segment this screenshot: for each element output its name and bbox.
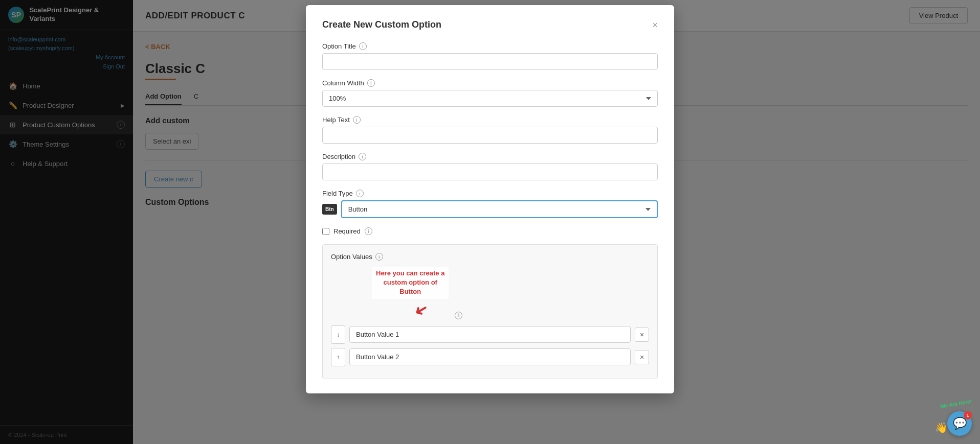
chat-button[interactable]: 👋 💬 1 xyxy=(947,411,972,436)
modal-overlay: Create New Custom Option × Option Title … xyxy=(0,0,980,444)
column-width-select[interactable]: 100% 75% 50% 33% 25% xyxy=(322,90,658,107)
column-width-group: Column Width i 100% 75% 50% 33% 25% xyxy=(322,79,658,107)
field-type-row: Btn Button Text Number Select Checkbox R… xyxy=(322,200,658,218)
value-input-1[interactable] xyxy=(349,326,631,343)
description-label: Description i xyxy=(322,153,658,160)
annotation-container: Here you can create acustom option ofBut… xyxy=(331,267,649,319)
modal-title: Create New Custom Option xyxy=(322,19,441,30)
value-row-1: ↓ × xyxy=(331,325,649,344)
help-text-info-icon[interactable]: i xyxy=(353,116,361,124)
btn-badge: Btn xyxy=(322,204,337,215)
field-type-info-icon[interactable]: i xyxy=(356,190,364,197)
column-width-info-icon[interactable]: i xyxy=(367,79,375,87)
wave-icon: 👋 xyxy=(935,422,948,434)
annotation-text: Here you can create acustom option ofBut… xyxy=(372,267,449,299)
chat-notification-badge: 1 xyxy=(964,411,972,419)
chat-badge-container: We Are Here! 👋 💬 1 xyxy=(947,411,972,436)
chat-widget: We Are Here! 👋 💬 1 xyxy=(947,411,972,436)
option-values-header: Option Values i xyxy=(331,253,649,261)
help-text-input[interactable] xyxy=(322,127,658,144)
modal-header: Create New Custom Option × xyxy=(322,19,658,30)
option-values-label: Option Values xyxy=(331,253,372,261)
description-group: Description i xyxy=(322,153,658,180)
required-checkbox[interactable] xyxy=(322,228,329,235)
option-values-section: Option Values i Here you can create acus… xyxy=(322,244,658,379)
column-width-label: Column Width i xyxy=(322,79,658,87)
option-title-input[interactable] xyxy=(322,53,658,70)
sort-down-button-1[interactable]: ↓ xyxy=(331,325,345,344)
chat-icon: 💬 xyxy=(953,417,967,430)
option-title-label: Option Title i xyxy=(322,42,658,50)
remove-value-button-1[interactable]: × xyxy=(635,328,649,342)
required-row: Required i xyxy=(322,227,658,235)
required-info-icon[interactable]: i xyxy=(365,227,372,235)
field-type-label: Field Type i xyxy=(322,190,658,197)
modal-close-button[interactable]: × xyxy=(652,20,658,30)
description-input[interactable] xyxy=(322,163,658,180)
sort-up-button-2[interactable]: ↑ xyxy=(331,348,345,366)
modal-dialog: Create New Custom Option × Option Title … xyxy=(306,5,674,393)
description-info-icon[interactable]: i xyxy=(359,153,366,160)
value-input-2[interactable] xyxy=(349,348,631,365)
help-text-label: Help Text i xyxy=(322,116,658,124)
value-row-2: ↑ × xyxy=(331,348,649,366)
remove-value-button-2[interactable]: × xyxy=(635,350,649,364)
field-type-select[interactable]: Button Text Number Select Checkbox Radio… xyxy=(341,200,658,218)
arrow-icon: ➜ xyxy=(410,297,431,321)
option-values-info-icon[interactable]: i xyxy=(375,253,383,261)
required-label: Required xyxy=(333,227,361,235)
help-text-group: Help Text i xyxy=(322,116,658,144)
annotation-info-icon[interactable]: i xyxy=(455,312,462,319)
option-title-group: Option Title i xyxy=(322,42,658,70)
field-type-group: Field Type i Btn Button Text Number Sele… xyxy=(322,190,658,218)
option-title-info-icon[interactable]: i xyxy=(359,42,367,50)
